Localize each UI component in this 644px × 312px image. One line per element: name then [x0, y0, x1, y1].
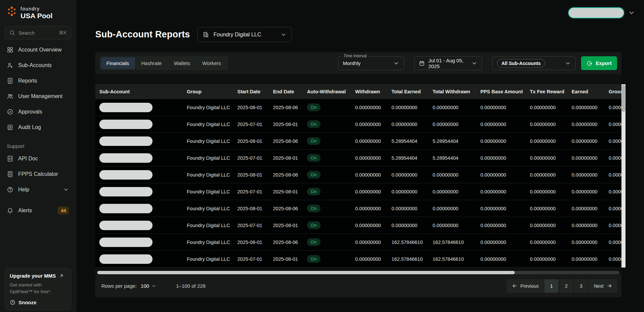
auto-withdrawal-badge: On	[307, 221, 320, 229]
tab-hashrate[interactable]: Hashrate	[136, 57, 168, 69]
auto-withdrawal-badge: On	[307, 255, 320, 263]
total-earned-cell: 0.00000000	[387, 105, 429, 110]
sub-account-filter[interactable]: All Sub-Accounts	[492, 56, 576, 70]
column-header-withdrawn: Withdrawn	[351, 89, 387, 94]
rows-per-page-select[interactable]: 100	[141, 283, 157, 289]
tab-financials[interactable]: Financials	[101, 57, 135, 69]
vertical-scrollbar[interactable]	[621, 84, 625, 268]
arrow-left-icon	[512, 283, 517, 289]
tab-workers[interactable]: Workers	[197, 57, 227, 69]
pps-base-amount-cell: 0.00000000	[476, 138, 526, 144]
account-pill-redacted[interactable]	[569, 8, 623, 18]
time-interval-select[interactable]: Time Interval Monthly	[338, 56, 404, 70]
auto-withdrawal-badge: On	[307, 188, 320, 195]
tx-fee-reward-cell: 0.00000000	[526, 122, 568, 127]
start-date-cell: 2025-08-01	[233, 172, 269, 178]
search-icon	[9, 30, 15, 36]
sidebar-item-user-management[interactable]: User Management	[0, 89, 76, 104]
redacted-sub-account	[99, 136, 152, 146]
sidebar-item-alerts[interactable]: Alerts 44	[0, 203, 76, 218]
auto-withdrawal-badge: On	[307, 154, 320, 162]
reports-panel: Financials Hashrate Wallets Workers Time…	[95, 52, 621, 297]
next-page-button[interactable]: Next	[589, 279, 617, 293]
horizontal-scrollbar-thumb[interactable]	[97, 271, 515, 274]
snooze-button[interactable]: Snooze	[10, 300, 66, 305]
code-doc-icon	[7, 155, 13, 162]
sidebar-item-label: Alerts	[18, 208, 32, 214]
withdrawn-cell: 0.00000000	[351, 122, 387, 127]
page-button-2[interactable]: 2	[559, 279, 573, 293]
sub-account-cell	[95, 238, 183, 247]
sub-account-filter-chip: All Sub-Accounts	[497, 59, 545, 68]
end-date-cell: 2025-08-06	[269, 105, 303, 110]
total-withdrawn-cell: 5.28954404	[429, 155, 476, 161]
search-input[interactable]: Search ⌘K	[5, 26, 71, 39]
sidebar-item-help[interactable]: Help	[0, 182, 76, 197]
sidebar-item-account-overview[interactable]: Account Overview	[0, 42, 76, 58]
table-row: Foundry Digital LLC2025-08-012025-08-06O…	[95, 200, 621, 217]
time-interval-value: Monthly	[343, 60, 361, 66]
bell-icon	[7, 207, 13, 214]
gross-cell: 0.00000000	[605, 189, 621, 194]
group-cell: Foundry Digital LLC	[183, 256, 233, 262]
page-button-1[interactable]: 1	[544, 279, 558, 293]
arrow-up-right-icon[interactable]	[59, 273, 64, 278]
start-date-cell: 2025-07-01	[233, 122, 269, 127]
sidebar-item-fpps-calculator[interactable]: FPPS Calculator	[0, 166, 76, 182]
previous-page-button[interactable]: Previous	[507, 279, 544, 293]
auto-withdrawal-cell: On	[303, 188, 351, 195]
earned-cell: 0.00000000	[568, 172, 605, 178]
redacted-sub-account	[99, 221, 152, 230]
sidebar-item-sub-accounts[interactable]: Sub-Accounts	[0, 58, 76, 73]
pps-base-amount-cell: 0.00000000	[476, 240, 526, 245]
sidebar: foundry USA Pool Search ⌘K Account Overv…	[0, 0, 76, 312]
auto-withdrawal-cell: On	[303, 137, 351, 145]
check-circle-icon	[7, 108, 13, 115]
tx-fee-reward-cell: 0.00000000	[526, 240, 568, 245]
chevron-down-icon[interactable]	[628, 9, 635, 17]
date-range-picker[interactable]: Jul 01 - Aug 05, 2025	[414, 56, 482, 70]
horizontal-scrollbar[interactable]	[97, 271, 619, 274]
sidebar-item-label: Audit Log	[18, 124, 41, 130]
sidebar-item-api-doc[interactable]: API Doc	[0, 151, 76, 166]
total-earned-cell: 162.57846610	[387, 256, 429, 262]
filter-controls: Time Interval Monthly Jul 01 - Aug 05, 2…	[328, 56, 617, 70]
total-earned-cell: 162.57846610	[387, 240, 429, 245]
auto-withdrawal-cell: On	[303, 120, 351, 128]
redacted-sub-account	[99, 103, 152, 112]
sub-account-cell	[95, 153, 183, 163]
sidebar-item-audit-log[interactable]: Audit Log	[0, 120, 76, 135]
column-header-total-withdrawn: Total Withdrawn	[429, 89, 476, 94]
tab-wallets[interactable]: Wallets	[168, 57, 196, 69]
calendar-icon	[419, 60, 425, 66]
sub-account-cell	[95, 170, 183, 180]
sub-account-cell	[95, 187, 183, 196]
sidebar-item-reports[interactable]: Reports	[0, 73, 76, 89]
export-button[interactable]: Export	[581, 56, 617, 70]
reports-table: Sub-AccountGroupStart DateEnd DateAuto-W…	[95, 84, 621, 268]
vertical-scrollbar-thumb[interactable]	[622, 85, 625, 112]
auto-withdrawal-badge: On	[307, 120, 320, 128]
page-button-3[interactable]: 3	[574, 279, 588, 293]
group-cell: Foundry Digital LLC	[183, 138, 233, 144]
total-earned-cell: 5.28954404	[387, 155, 429, 161]
sidebar-item-approvals[interactable]: Approvals	[0, 104, 76, 120]
auto-withdrawal-cell: On	[303, 103, 351, 111]
account-selector[interactable]: Foundry Digital LLC	[197, 27, 292, 42]
pagination: Previous 1 2 3 Next	[507, 279, 617, 293]
group-cell: Foundry Digital LLC	[183, 223, 233, 228]
tx-fee-reward-cell: 0.00000000	[526, 256, 568, 262]
start-date-cell: 2025-07-01	[233, 189, 269, 194]
grid-icon	[7, 46, 13, 53]
pps-base-amount-cell: 0.00000000	[476, 223, 526, 228]
group-cell: Foundry Digital LLC	[183, 172, 233, 178]
list-box-icon	[7, 124, 13, 131]
brand-name-bottom: USA Pool	[21, 12, 53, 20]
sidebar-support-nav: API Doc FPPS Calculator Help	[0, 151, 76, 197]
end-date-cell: 2025-08-06	[269, 138, 303, 144]
tab-bar: Financials Hashrate Wallets Workers	[100, 56, 228, 70]
withdrawn-cell: 0.00000000	[351, 155, 387, 161]
table-row: Foundry Digital LLC2025-08-012025-08-06O…	[95, 133, 621, 150]
pps-base-amount-cell: 0.00000000	[476, 256, 526, 262]
column-header-total-earned: Total Earned	[387, 89, 429, 94]
